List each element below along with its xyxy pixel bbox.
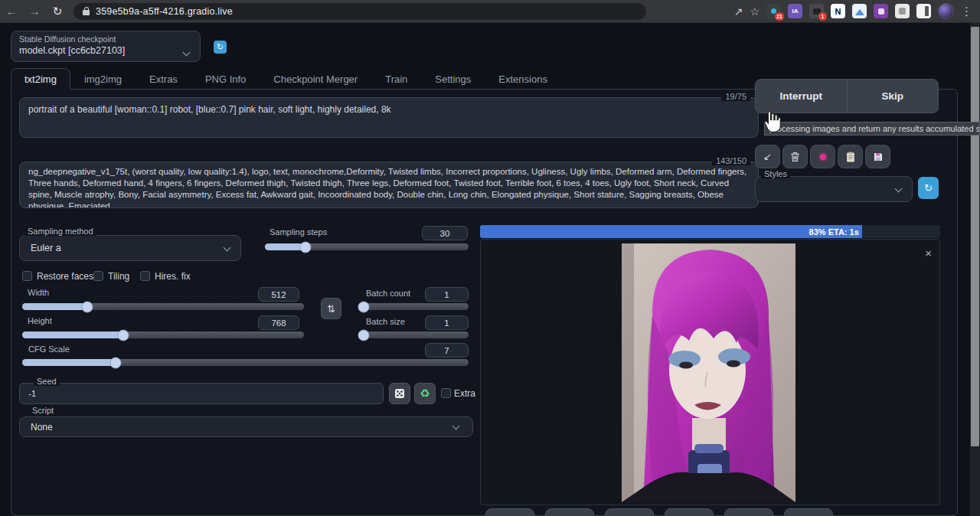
chevron-down-icon xyxy=(452,423,460,430)
slider-handle[interactable] xyxy=(358,301,370,312)
interrupt-button[interactable]: Interrupt xyxy=(756,80,847,113)
slider-handle[interactable] xyxy=(110,357,122,368)
tab-img2img[interactable]: img2img xyxy=(70,68,136,90)
gallery-action-button[interactable] xyxy=(545,508,594,516)
negative-prompt-box: ng_deepnegative_v1_75t, (worst quality, … xyxy=(19,162,759,208)
sampling-steps-input[interactable]: 30 xyxy=(422,226,468,240)
negative-prompt-input[interactable]: ng_deepnegative_v1_75t, (worst quality, … xyxy=(20,162,758,207)
paste-params-arrow-icon[interactable]: ↙ xyxy=(755,145,780,168)
sampling-steps-slider[interactable] xyxy=(265,243,469,250)
gallery-action-button[interactable] xyxy=(724,508,773,516)
generated-image[interactable] xyxy=(622,243,795,502)
script-label: Script xyxy=(29,406,57,415)
chevron-down-icon xyxy=(224,244,231,252)
page-scrollbar[interactable] xyxy=(970,23,980,516)
forward-icon[interactable]: → xyxy=(23,2,46,21)
reload-icon[interactable]: ↻ xyxy=(46,2,69,21)
tiling-label: Tiling xyxy=(108,271,129,282)
extra-networks-icon[interactable] xyxy=(810,145,835,168)
scrollbar-thumb[interactable] xyxy=(971,27,979,446)
batch-count-slider[interactable] xyxy=(358,303,469,310)
seed-input[interactable]: -1 xyxy=(19,383,384,404)
save-style-floppy-icon[interactable] xyxy=(865,145,890,168)
refresh-styles-button[interactable]: ↻ xyxy=(918,177,939,199)
share-icon[interactable]: ↗ xyxy=(734,6,743,17)
seed-label: Seed xyxy=(34,377,60,386)
browser-profile-avatar[interactable] xyxy=(938,3,954,19)
hires-fix-label: Hires. fix xyxy=(155,271,191,282)
batch-count-label: Batch count xyxy=(366,289,410,298)
skip-button[interactable]: Skip xyxy=(847,80,939,113)
browser-menu-icon[interactable]: ⋮ xyxy=(961,5,972,17)
webui-page: Stable Diffusion checkpoint model.ckpt [… xyxy=(0,23,980,516)
batch-size-input[interactable]: 1 xyxy=(425,315,469,330)
negative-prompt-token-counter: 143/150 xyxy=(712,156,750,165)
tab-train[interactable]: Train xyxy=(371,68,421,90)
slider-handle[interactable] xyxy=(358,329,370,341)
cfg-scale-slider[interactable] xyxy=(22,359,469,366)
styles-dropdown[interactable] xyxy=(755,176,913,202)
sampling-method-label: Sampling method xyxy=(24,227,96,236)
gallery-action-button[interactable] xyxy=(665,508,714,516)
slider-handle[interactable] xyxy=(81,301,93,312)
browser-toolbar: ← → ↻ 359e5b9a-a5ff-4216.gradio.live ↗ ☆… xyxy=(0,0,980,23)
chevron-down-icon xyxy=(895,185,903,193)
extension-icon-camera[interactable]: 1 xyxy=(809,4,824,18)
width-input[interactable]: 512 xyxy=(258,287,299,302)
extra-seed-label: Extra xyxy=(454,388,475,399)
batch-size-label: Batch size xyxy=(366,317,405,326)
clear-prompt-trash-icon[interactable] xyxy=(782,145,808,168)
sampling-method-dropdown[interactable]: Euler a xyxy=(19,235,241,261)
progress-bar: 83% ETA: 1s xyxy=(480,225,940,238)
slider-handle[interactable] xyxy=(300,241,312,253)
address-bar[interactable]: 359e5b9a-a5ff-4216.gradio.live xyxy=(74,3,646,20)
mouse-cursor-hand-icon xyxy=(760,109,782,138)
interrupt-skip-group: Interrupt Skip xyxy=(755,79,939,113)
checkpoint-label: Stable Diffusion checkpoint xyxy=(19,34,192,44)
styles-apply-clipboard-icon[interactable] xyxy=(838,145,863,168)
tab-checkpoint-merger[interactable]: Checkpoint Merger xyxy=(260,68,371,90)
refresh-checkpoints-button[interactable]: ↻ xyxy=(214,41,227,54)
extension-icon-image[interactable] xyxy=(852,4,867,18)
extension-icon-notion[interactable]: N xyxy=(831,4,845,18)
reuse-seed-recycle-icon[interactable]: ♻ xyxy=(414,383,436,404)
restore-faces-checkbox[interactable] xyxy=(22,271,32,281)
back-icon[interactable]: ← xyxy=(0,2,23,21)
output-gallery: × xyxy=(480,239,940,505)
prompt-input[interactable]: portrait of a beautiful [woman::0.1] rob… xyxy=(20,98,758,137)
lock-icon xyxy=(83,7,90,15)
extension-icon-ia[interactable]: IA xyxy=(788,4,802,18)
checkpoint-dropdown[interactable]: Stable Diffusion checkpoint model.ckpt [… xyxy=(11,31,201,62)
gallery-action-button[interactable] xyxy=(605,508,654,516)
extension-icon-blue-dot[interactable]: 21 xyxy=(766,4,781,18)
progress-text: 83% ETA: 1s xyxy=(809,227,862,237)
puzzle-extensions-icon[interactable] xyxy=(895,4,910,18)
hires-fix-checkbox[interactable] xyxy=(140,271,150,281)
width-label: Width xyxy=(28,288,49,297)
extra-seed-checkbox[interactable] xyxy=(441,388,451,398)
gallery-action-button[interactable] xyxy=(784,508,833,516)
styles-label: Styles xyxy=(761,169,790,178)
bookmark-star-icon[interactable]: ☆ xyxy=(750,6,760,17)
close-icon[interactable]: × xyxy=(925,247,932,259)
slider-handle[interactable] xyxy=(118,329,129,341)
batch-count-input[interactable]: 1 xyxy=(425,287,469,302)
height-label: Height xyxy=(28,316,52,325)
sidebar-toggle-icon[interactable] xyxy=(916,4,931,18)
tab-png-info[interactable]: PNG Info xyxy=(191,68,260,90)
swap-width-height-button[interactable]: ⇅ xyxy=(321,298,341,319)
tab-txt2img[interactable]: txt2img xyxy=(11,68,70,90)
extension-icon-purple[interactable] xyxy=(874,4,888,18)
random-seed-dice-icon[interactable] xyxy=(389,383,410,404)
height-slider[interactable] xyxy=(22,331,304,338)
gallery-action-button[interactable] xyxy=(485,508,534,516)
tiling-checkbox[interactable] xyxy=(93,271,103,281)
tab-settings[interactable]: Settings xyxy=(421,68,485,90)
batch-size-slider[interactable] xyxy=(358,331,469,338)
width-slider[interactable] xyxy=(22,303,304,310)
tab-extras[interactable]: Extras xyxy=(136,68,191,90)
script-dropdown[interactable]: None xyxy=(19,416,473,437)
tab-extensions[interactable]: Extensions xyxy=(485,68,561,90)
height-input[interactable]: 768 xyxy=(258,315,299,330)
cfg-scale-input[interactable]: 7 xyxy=(425,343,469,358)
